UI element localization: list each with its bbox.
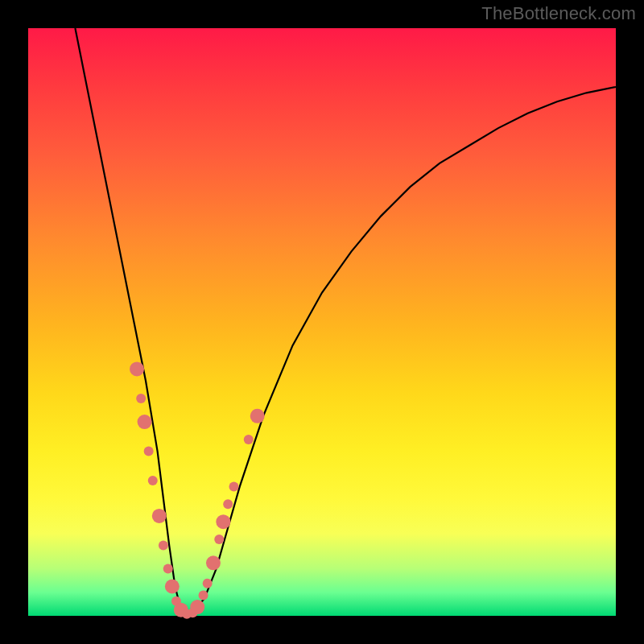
- data-point: [206, 555, 221, 570]
- data-point: [165, 580, 180, 594]
- chart-frame: TheBottleneck.com: [0, 0, 644, 644]
- data-point: [136, 394, 146, 403]
- data-point: [144, 447, 154, 456]
- data-point: [190, 600, 204, 614]
- data-point: [159, 540, 168, 550]
- data-point: [152, 509, 167, 523]
- data-markers: [130, 361, 265, 618]
- data-point: [130, 361, 144, 376]
- chart-svg: [28, 28, 616, 616]
- data-point: [214, 535, 224, 544]
- data-point: [216, 514, 230, 529]
- data-point: [223, 499, 233, 509]
- watermark-text: TheBottleneck.com: [481, 3, 636, 24]
- data-point: [229, 481, 239, 491]
- data-point: [163, 564, 173, 574]
- bottleneck-curve: [75, 28, 616, 616]
- data-point: [148, 476, 158, 485]
- data-point: [138, 415, 152, 429]
- data-point: [203, 579, 213, 588]
- data-point: [244, 435, 254, 444]
- plot-area: [28, 28, 616, 616]
- data-point: [199, 590, 208, 600]
- data-point: [250, 409, 265, 423]
